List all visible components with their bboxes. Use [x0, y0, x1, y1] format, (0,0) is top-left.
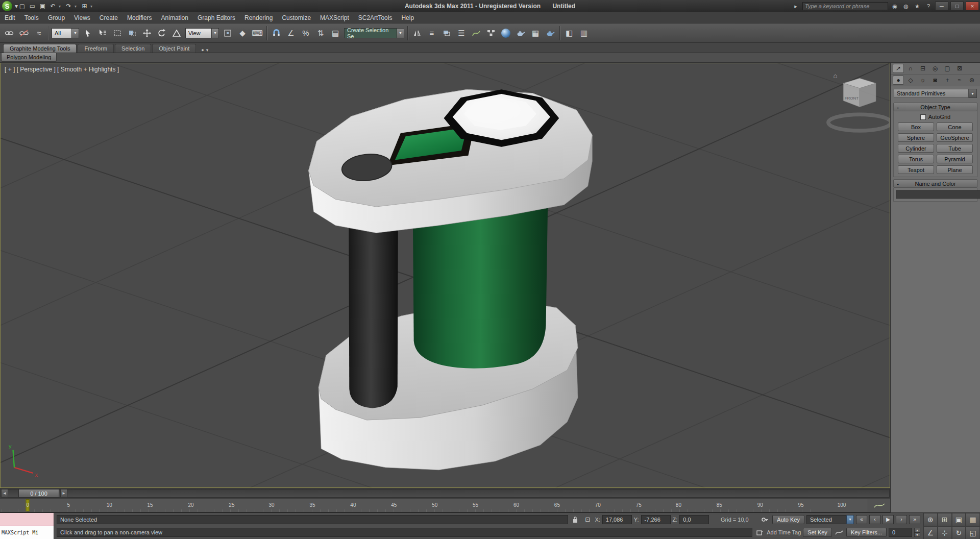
close-button[interactable]: ×: [966, 2, 979, 11]
select-by-name-icon[interactable]: [95, 26, 110, 40]
zoom-extents-icon[interactable]: ▣: [952, 513, 966, 526]
menu-animation[interactable]: Animation: [157, 13, 193, 22]
redo-icon[interactable]: ↷: [64, 2, 73, 11]
unlink-selection-icon[interactable]: [17, 26, 31, 40]
percent-snap-icon[interactable]: %: [299, 26, 313, 40]
menu-customize[interactable]: Customize: [277, 13, 315, 22]
maxscript-listener-macro-line[interactable]: [0, 513, 54, 526]
schematic-view-icon[interactable]: [484, 26, 498, 40]
set-key-button[interactable]: Set Key: [803, 528, 832, 537]
geometry-category-dropdown[interactable]: Standard Primitives ▾: [894, 89, 977, 98]
spinner-up-icon[interactable]: ▲: [914, 528, 920, 532]
shapes-category-icon[interactable]: ◇: [905, 76, 916, 85]
named-selection-set-dropdown[interactable]: Create Selection Se ▾: [344, 28, 404, 38]
keyboard-shortcut-override-icon[interactable]: ⌨: [250, 26, 264, 40]
viewport-label[interactable]: [ + ] [ Perspective ] [ Smooth + Highlig…: [5, 66, 119, 73]
previous-frame-arrow-icon[interactable]: ◄: [1, 489, 8, 498]
menu-views[interactable]: Views: [69, 13, 95, 22]
menu-create[interactable]: Create: [95, 13, 122, 22]
sphere-button[interactable]: Sphere: [898, 133, 934, 142]
curve-editor-icon[interactable]: [469, 26, 483, 40]
maxscript-mini-listener[interactable]: MAXScript Mi: [0, 513, 54, 539]
current-frame-field[interactable]: 0: [889, 528, 912, 537]
object-name-input[interactable]: [896, 190, 980, 199]
open-file-icon[interactable]: ▭: [28, 2, 37, 11]
key-mode-dropdown[interactable]: Selected ▾: [806, 515, 854, 524]
menu-edit[interactable]: Edit: [0, 13, 20, 22]
redo-history-arrow-icon[interactable]: ▾: [75, 4, 79, 9]
project-folder-icon[interactable]: ⊞: [80, 2, 89, 11]
cameras-category-icon[interactable]: ◙: [929, 76, 941, 85]
select-and-link-icon[interactable]: [2, 26, 16, 40]
communication-center-icon[interactable]: ◍: [901, 2, 911, 11]
object-type-rollout-header[interactable]: - Object Type: [893, 103, 977, 111]
reference-coordinate-dropdown[interactable]: View ▾: [185, 28, 219, 38]
next-frame-icon[interactable]: ›: [896, 515, 907, 524]
rectangular-selection-region-icon[interactable]: [110, 26, 125, 40]
perspective-viewport[interactable]: ⌂ FRONT x y [ + ] [ Perspective ] [: [0, 63, 890, 488]
plane-button[interactable]: Plane: [937, 165, 973, 174]
align-icon[interactable]: ≡: [425, 26, 439, 40]
time-tag-icon[interactable]: [754, 528, 765, 537]
modify-tab-icon[interactable]: ∩: [905, 64, 916, 73]
helpers-category-icon[interactable]: +: [942, 76, 953, 85]
sign-in-icon[interactable]: ◉: [890, 2, 899, 11]
project-folder-arrow-icon[interactable]: ▾: [90, 4, 94, 9]
set-key-mode-icon[interactable]: [760, 515, 770, 524]
ribbon-tab-selection[interactable]: Selection: [115, 44, 151, 53]
ribbon-minimize-arrow-icon[interactable]: ▾: [206, 47, 209, 53]
cone-button[interactable]: Cone: [937, 122, 973, 131]
key-filters-button[interactable]: Key Filters...: [846, 528, 887, 537]
field-of-view-icon[interactable]: ∠: [923, 526, 938, 539]
selection-lock-icon[interactable]: [570, 515, 580, 524]
viewport-scene[interactable]: ⌂ FRONT x y: [1, 63, 890, 487]
select-object-icon[interactable]: [81, 26, 95, 40]
space-warps-category-icon[interactable]: ≈: [954, 76, 965, 85]
ribbon-tab-object-paint[interactable]: Object Paint: [152, 44, 196, 53]
frame-spinner[interactable]: ▲▼: [914, 528, 920, 537]
minimize-button[interactable]: ─: [935, 2, 948, 11]
new-scene-icon[interactable]: ▢: [18, 2, 27, 11]
next-frame-arrow-icon[interactable]: ►: [60, 489, 67, 498]
edit-named-selection-sets-icon[interactable]: ▤: [328, 26, 342, 40]
name-color-rollout-header[interactable]: - Name and Color: [893, 179, 977, 188]
viewport-layout-icon[interactable]: ◧: [562, 26, 576, 40]
maximize-button[interactable]: □: [950, 2, 964, 11]
angle-snap-icon[interactable]: ∠: [284, 26, 298, 40]
ribbon-tab-graphite-modeling-tools[interactable]: Graphite Modeling Tools: [3, 44, 77, 53]
track-bar[interactable]: 0 5 10 15 20 25 30 35 40 45 50 55 60 65 …: [0, 498, 890, 512]
selection-filter-dropdown[interactable]: All ▾: [52, 28, 79, 38]
zoom-extents-all-icon[interactable]: ▦: [966, 513, 980, 526]
maximize-viewport-toggle-icon[interactable]: ◱: [966, 526, 980, 539]
spinner-snap-icon[interactable]: ⇅: [313, 26, 328, 40]
layer-manager-icon[interactable]: [439, 26, 454, 40]
scene-explorer-icon[interactable]: ▥: [577, 26, 591, 40]
render-setup-icon[interactable]: [513, 26, 528, 40]
coord-x-field[interactable]: 17,086: [602, 515, 632, 524]
snaps-toggle-icon[interactable]: [269, 26, 283, 40]
zoom-all-icon[interactable]: ⊞: [938, 513, 952, 526]
named-selection-set-arrow-icon[interactable]: ▾: [397, 28, 404, 38]
maxscript-listener-text[interactable]: MAXScript Mi: [0, 526, 54, 539]
undo-icon[interactable]: ↶: [48, 2, 57, 11]
key-mode-arrow-icon[interactable]: ▾: [846, 515, 854, 524]
menu-tools[interactable]: Tools: [20, 13, 43, 22]
go-to-end-icon[interactable]: »: [909, 515, 920, 524]
time-slider-handle[interactable]: 0 / 100: [18, 489, 59, 498]
mirror-icon[interactable]: [410, 26, 424, 40]
track-bar-ruler[interactable]: 0 5 10 15 20 25 30 35 40 45 50 55 60 65 …: [0, 499, 868, 512]
menu-help[interactable]: Help: [397, 13, 419, 22]
box-button[interactable]: Box: [898, 122, 934, 131]
geometry-category-icon[interactable]: ●: [893, 76, 904, 85]
rendered-frame-window-icon[interactable]: ▦: [528, 26, 543, 40]
lights-category-icon[interactable]: ☼: [917, 76, 928, 85]
pan-view-icon[interactable]: ⊹: [938, 526, 952, 539]
help-icon[interactable]: ?: [924, 2, 933, 11]
use-pivot-point-icon[interactable]: [220, 26, 235, 40]
pyramid-button[interactable]: Pyramid: [937, 155, 973, 163]
render-production-icon[interactable]: [543, 26, 557, 40]
3dsmax-logo-icon[interactable]: S: [2, 1, 12, 11]
teapot-button[interactable]: Teapot: [898, 165, 934, 174]
utilities-tab-icon[interactable]: ⊠: [954, 64, 965, 73]
geosphere-button[interactable]: GeoSphere: [937, 133, 973, 142]
